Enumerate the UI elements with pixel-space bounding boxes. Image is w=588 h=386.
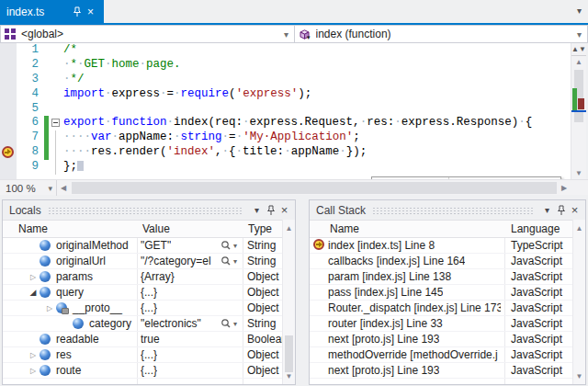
breakpoint-margin[interactable] xyxy=(0,73,17,87)
editor-vertical-scrollbar[interactable]: ▲▼ ▲ ▼ xyxy=(571,43,586,179)
magnifier-icon[interactable]: ▾ xyxy=(220,255,237,267)
tree-expander-icon[interactable]: ◢ xyxy=(27,288,40,297)
code-text: ····res.render('index',·{·title:·appName… xyxy=(63,145,367,160)
callstack-row[interactable]: next [proto.js] Line 193JavaScript xyxy=(310,363,585,379)
locals-column-headers[interactable]: Name Value Type xyxy=(3,220,295,238)
code-line[interactable]: 1/* xyxy=(0,43,571,58)
locals-row[interactable]: ▷res{...}Object xyxy=(3,347,295,363)
close-icon[interactable]: × xyxy=(568,203,582,217)
callstack-scrollbar[interactable]: ▲ ▼ xyxy=(572,220,585,384)
code-line[interactable]: 7····var·appName:·string·=·'My·Applicati… xyxy=(0,131,571,145)
locals-row[interactable]: readabletrueBoolean xyxy=(3,332,295,347)
locals-row[interactable]: ▷route{...}Object xyxy=(3,363,295,379)
callstack-row[interactable]: methodOverride [methodOverride.jJavaScri… xyxy=(310,347,585,363)
code-line[interactable]: 6export·function·index(req:·express.Requ… xyxy=(0,116,571,131)
zoom-control[interactable]: 100 % ▾ xyxy=(0,180,57,196)
code-editor[interactable]: 1/*2·*·GET·home·page.3·*/4import·express… xyxy=(0,43,571,179)
tree-expander-icon[interactable]: ▷ xyxy=(27,367,40,375)
breakpoint-margin[interactable] xyxy=(0,160,17,175)
chevron-down-icon[interactable]: ▾ xyxy=(284,29,288,40)
scope-dropdown[interactable]: <global> ▾ xyxy=(0,25,295,43)
callstack-row[interactable]: param [index.js] Line 138JavaScript xyxy=(310,269,585,285)
code-segment: appName xyxy=(291,145,340,158)
member-dropdown[interactable]: ▾ index (function) ▾ xyxy=(294,25,588,43)
tab-index-ts[interactable]: index.ts × xyxy=(0,0,104,23)
chevron-down-icon[interactable]: ▾ xyxy=(577,29,582,40)
code-line[interactable]: 3·*/ xyxy=(0,73,571,87)
variable-name: originalUrl xyxy=(56,255,106,267)
scroll-up-icon[interactable]: ▲ xyxy=(571,58,586,66)
horizontal-scroll-track[interactable] xyxy=(72,182,559,194)
scroll-up-icon[interactable]: ▲ xyxy=(573,224,585,233)
callstack-column-headers[interactable]: Name Language xyxy=(310,220,585,238)
column-header-value[interactable]: Value xyxy=(142,222,170,235)
locals-row[interactable]: category"electronics"▾String xyxy=(3,316,295,332)
locals-title-bar[interactable]: Locals ▾ × xyxy=(3,200,295,220)
callstack-row[interactable]: router [index.js] Line 33JavaScript xyxy=(310,316,585,332)
locals-row[interactable]: originalUrl"/?category=el▾String xyxy=(3,254,295,269)
code-text: }; xyxy=(63,160,84,175)
scroll-down-icon[interactable]: ▼ xyxy=(283,372,295,380)
scroll-left-icon[interactable]: ◀ xyxy=(61,184,66,192)
pin-icon[interactable] xyxy=(554,203,568,217)
scroll-right-icon[interactable]: ▶ xyxy=(561,184,567,192)
code-line[interactable]: 8····res.render('index',·{·title:·appNam… xyxy=(0,145,571,160)
column-header-language[interactable]: Language xyxy=(511,222,560,235)
locals-row[interactable]: ▷__proto__{...}Object xyxy=(3,301,295,316)
split-window-grip[interactable]: ▲▼ xyxy=(571,43,586,56)
variable-type: String xyxy=(247,317,276,330)
column-header-type[interactable]: Type xyxy=(248,222,272,235)
code-line[interactable]: 9}; xyxy=(0,160,571,175)
tab-list-dropdown-icon[interactable]: ▾ xyxy=(577,6,582,16)
tree-indent xyxy=(3,339,27,340)
tree-expander-icon[interactable]: ▷ xyxy=(27,351,40,359)
tree-indent xyxy=(3,370,27,371)
horizontal-scroll-thumb[interactable] xyxy=(72,182,557,194)
close-icon[interactable]: × xyxy=(277,203,291,217)
callstack-row[interactable]: Router._dispatch [index.js] Line 173Java… xyxy=(310,301,585,316)
breakpoint-margin[interactable] xyxy=(0,43,17,58)
pin-icon[interactable] xyxy=(70,6,84,17)
scroll-up-icon[interactable]: ▲ xyxy=(283,224,295,233)
window-position-icon[interactable]: ▾ xyxy=(540,203,554,217)
code-line[interactable]: 4import·express·=·require('express'); xyxy=(0,87,571,102)
callstack-row[interactable]: callbacks [index.js] Line 164JavaScript xyxy=(310,254,585,269)
pin-icon[interactable] xyxy=(264,203,277,217)
magnifier-icon[interactable]: ▾ xyxy=(220,318,237,329)
breakpoint-margin[interactable] xyxy=(0,87,17,102)
close-icon[interactable]: × xyxy=(84,6,97,17)
breakpoint-margin[interactable] xyxy=(0,116,17,131)
callstack-row[interactable]: pass [index.js] Line 145JavaScript xyxy=(310,285,585,301)
callstack-title-bar[interactable]: Call Stack ▾ × xyxy=(310,200,585,220)
variable-value: "/?category=el xyxy=(141,255,211,267)
scroll-down-icon[interactable]: ▼ xyxy=(571,169,586,177)
scroll-down-icon[interactable]: ▼ xyxy=(573,372,585,380)
variable-value: {...} xyxy=(141,364,157,377)
field-icon xyxy=(40,255,51,267)
window-position-icon[interactable]: ▾ xyxy=(250,203,264,217)
locals-scrollbar[interactable]: ▲ ▼ xyxy=(282,220,295,384)
locals-row[interactable]: ◢query{...}Object xyxy=(3,285,295,301)
magnifier-icon[interactable]: ▾ xyxy=(220,240,237,251)
breakpoint-margin[interactable] xyxy=(0,102,17,117)
tree-expander-icon[interactable]: ▷ xyxy=(27,273,40,281)
callstack-row[interactable]: next [proto.js] Line 193JavaScript xyxy=(310,332,585,347)
frame-language: JavaScript xyxy=(511,301,562,314)
callstack-row[interactable]: index [index.ts] Line 8TypeScript xyxy=(310,238,585,254)
locals-row[interactable]: originalMethod"GET"▾String xyxy=(3,238,295,254)
breakpoint-margin[interactable] xyxy=(0,145,17,160)
code-segment: = xyxy=(229,131,236,143)
column-header-name[interactable]: Name xyxy=(18,222,48,235)
chevron-down-icon[interactable]: ▾ xyxy=(48,184,52,193)
breakpoint-margin[interactable] xyxy=(0,58,17,73)
collapse-toggle-icon[interactable] xyxy=(51,119,60,127)
tree-expander-icon[interactable]: ▷ xyxy=(43,304,56,312)
vs-debugger-window: index.ts × ▾ <global> ▾ ▾ index (functio… xyxy=(0,0,588,386)
code-segment: · xyxy=(140,58,147,71)
code-line[interactable]: 2·*·GET·home·page. xyxy=(0,58,571,73)
column-header-name[interactable]: Name xyxy=(330,222,359,235)
breakpoint-margin[interactable] xyxy=(0,131,17,145)
scrollbar-thumb[interactable] xyxy=(285,335,293,372)
locals-row[interactable]: ▷params{Array}Object xyxy=(3,269,295,285)
code-line[interactable]: 5 xyxy=(0,102,571,117)
